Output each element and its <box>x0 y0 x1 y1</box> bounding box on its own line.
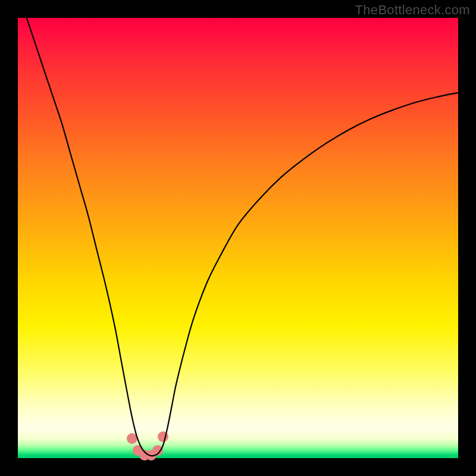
bottleneck-curve-svg <box>18 18 458 458</box>
bottleneck-curve-path <box>27 18 458 456</box>
watermark-text: TheBottleneck.com <box>355 2 470 18</box>
chart-plot-area <box>18 18 458 458</box>
